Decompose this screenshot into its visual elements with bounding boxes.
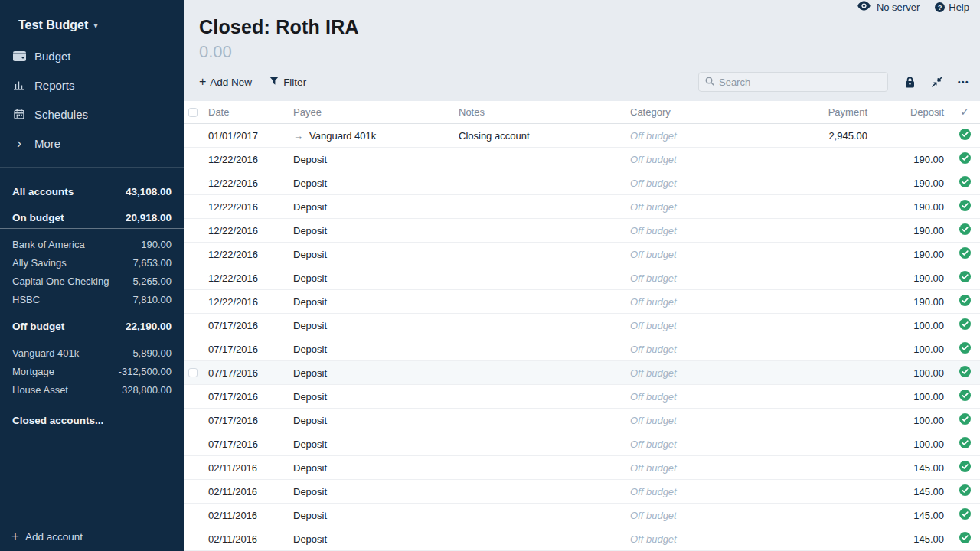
account-row[interactable]: Bank of America 190.00 (0, 235, 184, 253)
payee-cell[interactable]: Deposit (288, 439, 453, 450)
account-row[interactable]: House Asset 328,800.00 (0, 380, 184, 399)
payee-cell[interactable]: Deposit (288, 201, 453, 213)
category-cell[interactable]: Off budget (625, 296, 776, 308)
deposit-cell[interactable]: 145.00 (873, 533, 949, 545)
cleared-cell[interactable] (949, 152, 980, 166)
category-cell[interactable]: Off budget (625, 391, 776, 403)
deposit-cell[interactable]: 100.00 (873, 391, 949, 403)
category-cell[interactable]: Off budget (625, 533, 776, 545)
table-row[interactable]: 07/17/2016 Deposit Off budget 100.00 (184, 432, 980, 456)
cleared-cell[interactable] (949, 200, 980, 214)
category-cell[interactable]: Off budget (625, 320, 776, 331)
category-cell[interactable]: Off budget (625, 272, 776, 284)
cleared-cell[interactable] (949, 437, 980, 451)
sidebar-item-schedules[interactable]: Schedules (0, 99, 184, 129)
date-cell[interactable]: 12/22/2016 (204, 154, 288, 165)
date-cell[interactable]: 02/11/2016 (204, 533, 288, 545)
date-cell[interactable]: 12/22/2016 (204, 296, 288, 308)
date-cell[interactable]: 02/11/2016 (204, 462, 288, 474)
table-row[interactable]: 02/11/2016 Deposit Off budget 145.00 (184, 456, 980, 480)
filter-button[interactable]: Filter (270, 77, 306, 88)
collapse-button[interactable] (932, 77, 942, 87)
deposit-cell[interactable]: 190.00 (873, 178, 949, 189)
deposit-cell[interactable]: 100.00 (873, 367, 949, 379)
payee-cell[interactable]: Deposit (288, 178, 453, 189)
cleared-cell[interactable] (949, 413, 980, 427)
payee-cell[interactable]: Deposit (288, 533, 453, 545)
table-row[interactable]: 12/22/2016 Deposit Off budget 190.00 (184, 243, 980, 266)
more-options-button[interactable]: ••• (958, 78, 969, 86)
sidebar-item-reports[interactable]: Reports (0, 70, 184, 99)
off-budget-header[interactable]: Off budget 22,190.00 (0, 321, 184, 337)
table-row[interactable]: 12/22/2016 Deposit Off budget 190.00 (184, 290, 980, 314)
date-cell[interactable]: 02/11/2016 (204, 486, 288, 497)
search-input[interactable] (719, 77, 881, 88)
add-account-button[interactable]: + Add account (0, 527, 184, 551)
table-row[interactable]: 07/17/2016 Deposit Off budget 100.00 (184, 361, 980, 385)
category-cell[interactable]: Off budget (625, 415, 776, 426)
sidebar-item-budget[interactable]: Budget (0, 41, 184, 70)
table-row[interactable]: 12/22/2016 Deposit Off budget 190.00 (184, 195, 980, 219)
cleared-cell[interactable] (949, 223, 980, 237)
date-cell[interactable]: 12/22/2016 (204, 272, 288, 284)
account-row[interactable]: HSBC 7,810.00 (0, 290, 184, 308)
date-cell[interactable]: 07/17/2016 (204, 367, 288, 379)
payee-cell[interactable]: Deposit (288, 272, 453, 284)
deposit-cell[interactable]: 190.00 (873, 154, 949, 165)
table-row[interactable]: 07/17/2016 Deposit Off budget 100.00 (184, 409, 980, 432)
account-row[interactable]: Vanguard 401k 5,890.00 (0, 344, 184, 362)
closed-accounts-toggle[interactable]: Closed accounts... (0, 411, 184, 429)
cleared-cell[interactable] (949, 176, 980, 190)
date-cell[interactable]: 07/17/2016 (204, 320, 288, 331)
select-all-checkbox[interactable] (188, 108, 198, 117)
deposit-cell[interactable]: 190.00 (873, 296, 949, 308)
cleared-cell[interactable] (949, 484, 980, 498)
payee-cell[interactable]: Deposit (288, 391, 453, 403)
deposit-cell[interactable]: 190.00 (873, 249, 949, 260)
payee-cell[interactable]: Deposit (288, 462, 453, 474)
payee-cell[interactable]: Deposit (288, 486, 453, 497)
cleared-cell[interactable] (949, 271, 980, 285)
table-row[interactable]: 02/11/2016 Deposit Off budget 145.00 (184, 504, 980, 527)
payee-cell[interactable]: Deposit (288, 249, 453, 260)
deposit-cell[interactable]: 100.00 (873, 320, 949, 331)
sidebar-item-more[interactable]: › More (0, 129, 184, 158)
payee-cell[interactable]: Deposit (288, 415, 453, 426)
lock-button[interactable] (905, 77, 915, 88)
category-cell[interactable]: Off budget (625, 462, 776, 474)
deposit-cell[interactable]: 100.00 (873, 344, 949, 355)
date-cell[interactable]: 07/17/2016 (204, 391, 288, 403)
budget-switcher[interactable]: Test Budget ▾ (18, 18, 184, 32)
cleared-cell[interactable] (949, 129, 980, 142)
cleared-cell[interactable] (949, 342, 980, 356)
table-row[interactable]: 07/17/2016 Deposit Off budget 100.00 (184, 314, 980, 337)
cleared-cell[interactable] (949, 461, 980, 474)
account-row[interactable]: Capital One Checking 5,265.00 (0, 272, 184, 290)
deposit-cell[interactable]: 100.00 (873, 415, 949, 426)
cleared-cell[interactable] (949, 390, 980, 403)
table-row[interactable]: 07/17/2016 Deposit Off budget 100.00 (184, 337, 980, 361)
category-cell[interactable]: Off budget (625, 154, 776, 165)
all-accounts-row[interactable]: All accounts 43,108.00 (0, 181, 184, 201)
deposit-cell[interactable]: 190.00 (873, 272, 949, 284)
date-cell[interactable]: 12/22/2016 (204, 178, 288, 189)
help-button[interactable]: ? Help (935, 2, 969, 13)
payee-cell[interactable]: Deposit (288, 320, 453, 331)
date-cell[interactable]: 07/17/2016 (204, 415, 288, 426)
table-row[interactable]: 02/11/2016 Deposit Off budget 145.00 (184, 480, 980, 504)
cleared-cell[interactable] (949, 247, 980, 261)
category-cell[interactable]: Off budget (625, 367, 776, 379)
payee-cell[interactable]: Deposit (288, 225, 453, 236)
category-cell[interactable]: Off budget (625, 201, 776, 213)
category-cell[interactable]: Off budget (625, 130, 776, 142)
payee-cell[interactable]: Deposit (288, 367, 453, 379)
category-cell[interactable]: Off budget (625, 344, 776, 355)
table-row[interactable]: 12/22/2016 Deposit Off budget 190.00 (184, 219, 980, 243)
cleared-cell[interactable] (949, 508, 980, 522)
date-cell[interactable]: 01/01/2017 (204, 130, 288, 142)
category-cell[interactable]: Off budget (625, 178, 776, 189)
add-new-button[interactable]: + Add New (199, 76, 252, 88)
cleared-cell[interactable] (949, 532, 980, 546)
account-row[interactable]: Mortgage -312,500.00 (0, 362, 184, 380)
deposit-cell[interactable]: 190.00 (873, 201, 949, 213)
